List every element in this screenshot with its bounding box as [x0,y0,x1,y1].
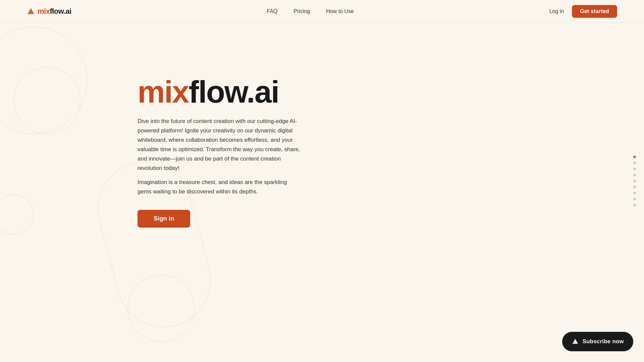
login-button[interactable]: Log in [549,8,564,14]
navbar-actions: Log in Get started [549,5,617,18]
nav-links: FAQ Pricing How to Use [267,8,354,14]
logo-text: mixflow.ai [38,7,71,16]
hero-section: mixflow.ai Dive into the future of conte… [0,23,309,228]
dot-9[interactable] [633,204,636,206]
dot-8[interactable] [633,198,636,200]
bg-decoration-5 [127,275,195,342]
logo-mix: mix [38,7,50,15]
nav-how-to-use[interactable]: How to Use [326,8,354,14]
hero-title: mixflow.ai [138,76,309,107]
nav-pricing[interactable]: Pricing [293,8,310,14]
dot-1[interactable] [633,156,636,158]
hero-title-mix: mix [138,75,189,109]
hero-description: Dive into the future of content creation… [138,117,302,173]
signin-button[interactable]: Sign in [138,210,190,228]
side-dots-nav [633,156,636,206]
dot-4[interactable] [633,174,636,176]
dot-2[interactable] [633,162,636,164]
subscribe-label: Subscribe now [582,338,624,345]
logo-flow: flow.ai [50,7,71,15]
logo-icon [27,7,35,15]
get-started-button[interactable]: Get started [572,5,617,18]
subscribe-icon [572,338,579,345]
hero-title-flow: flow.ai [189,75,279,109]
navbar: mixflow.ai FAQ Pricing How to Use Log in… [0,0,644,23]
logo-link[interactable]: mixflow.ai [27,7,71,16]
dot-6[interactable] [633,186,636,188]
nav-faq[interactable]: FAQ [267,8,277,14]
dot-7[interactable] [633,192,636,194]
svg-marker-1 [573,339,578,344]
dot-3[interactable] [633,168,636,170]
dot-5[interactable] [633,180,636,182]
svg-marker-0 [28,8,34,14]
subscribe-button[interactable]: Subscribe now [562,332,633,351]
hero-tagline: Imagination is a treasure chest, and ide… [138,178,302,196]
